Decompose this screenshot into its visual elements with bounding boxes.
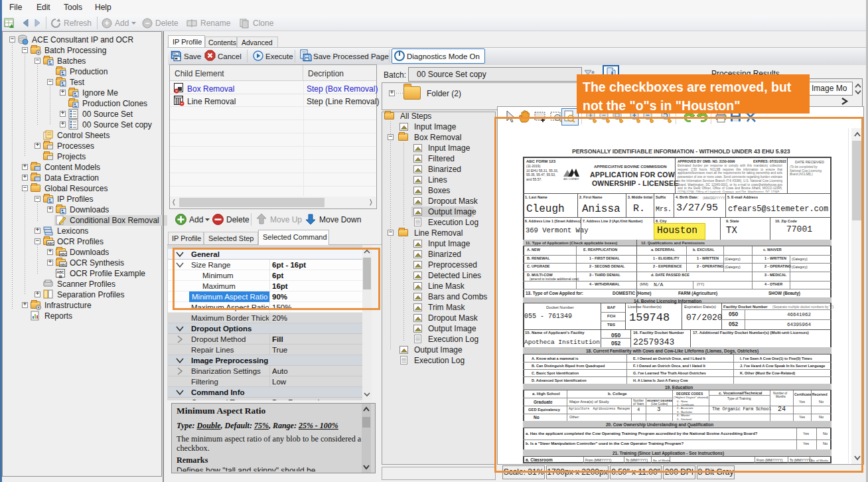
svg-text:−: − — [145, 19, 149, 28]
svg-text:+: + — [104, 19, 109, 28]
